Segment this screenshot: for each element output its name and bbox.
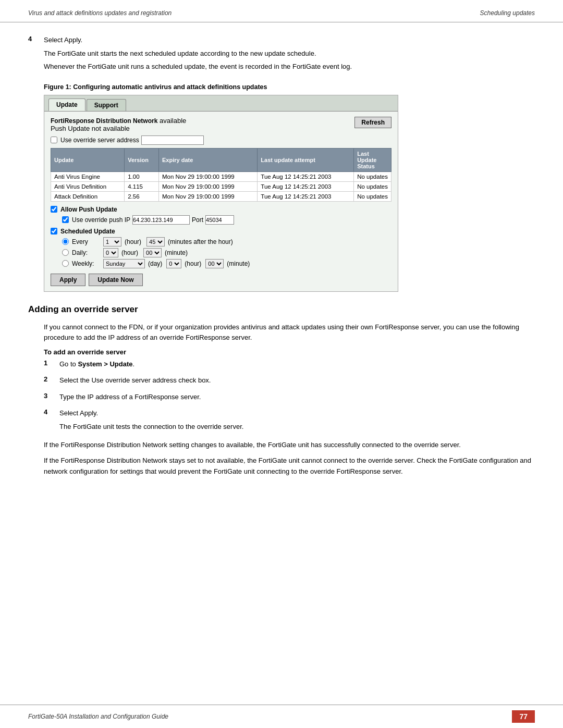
header-right: Scheduling updates — [480, 9, 535, 17]
col-version: Version — [125, 148, 159, 171]
adding-step4: 4 Select Apply. The FortiGate unit tests… — [44, 408, 535, 435]
push-update-status-value: not available — [92, 125, 130, 132]
footer-left: FortiGate-50A Installation and Configura… — [28, 713, 168, 720]
push-update-label: Push Update — [51, 125, 90, 132]
step4b-detail: The FortiGate unit tests the connection … — [59, 422, 535, 432]
step4-line2: The FortiGate unit starts the next sched… — [44, 48, 535, 59]
weekly-min-select[interactable]: 00153045 — [205, 259, 224, 268]
step1-num: 1 — [44, 359, 59, 373]
adding-step1: 1 Go to System > Update. — [44, 359, 535, 373]
action-buttons: Apply Update Now — [51, 274, 391, 286]
every-hour-select[interactable]: 12346812 — [103, 237, 121, 246]
col-last-status: LastUpdateStatus — [354, 148, 391, 171]
override-push-checkbox[interactable] — [62, 216, 69, 223]
adding-steps: 1 Go to System > Update. 2 Select the Us… — [28, 359, 535, 435]
table-cell: No updates — [354, 191, 391, 201]
fdn-status-value: available — [160, 117, 186, 125]
scheduled-update-label: Scheduled Update — [60, 228, 115, 235]
table-row: Attack Definition2.56Mon Nov 29 19:00:00… — [51, 191, 391, 201]
table-cell: 4.115 — [125, 181, 159, 191]
override-push-label: Use override push IP — [72, 216, 130, 224]
panel-body: FortiResponse Distribution Network avail… — [44, 111, 398, 291]
fdn-row: FortiResponse Distribution Network avail… — [51, 117, 391, 132]
step4b-content: Select Apply. The FortiGate unit tests t… — [59, 408, 535, 435]
adding-para1: If you cannot connect to the FDN, or if … — [44, 322, 535, 343]
table-cell: 2.56 — [125, 191, 159, 201]
table-cell: Mon Nov 29 19:00:00 1999 — [158, 171, 257, 181]
override-server-checkbox[interactable] — [51, 137, 57, 143]
weekly-hour-label: (hour) — [185, 260, 201, 267]
page-header: Virus and attack definitions updates and… — [0, 0, 563, 22]
table-row: Anti Virus Engine1.00Mon Nov 29 19:00:00… — [51, 171, 391, 181]
footer-page-num: 77 — [512, 710, 535, 723]
sched-weekly-row: Weekly: SundayMondayTuesdayWednesdayThur… — [62, 259, 391, 268]
apply-button[interactable]: Apply — [51, 274, 85, 286]
weekly-day-label: (day) — [148, 260, 162, 267]
sched-daily-row: Daily: 0123 (hour) 00153045 (minute) — [62, 248, 391, 257]
table-row: Anti Virus Definition4.115Mon Nov 29 19:… — [51, 181, 391, 191]
table-cell: Tue Aug 12 14:25:21 2003 — [258, 181, 354, 191]
fdn-info: FortiResponse Distribution Network avail… — [51, 117, 186, 132]
override-server-input[interactable] — [141, 135, 204, 145]
step2-text: Select the Use override server address c… — [59, 375, 535, 386]
scheduled-update-checkbox[interactable] — [51, 228, 57, 235]
push-sub-row: Use override push IP Port — [62, 215, 391, 225]
table-cell: No updates — [354, 181, 391, 191]
tab-support[interactable]: Support — [87, 99, 126, 111]
step4-line1: Select Apply. — [44, 35, 535, 45]
weekly-min-suffix: (minute) — [227, 260, 250, 267]
table-cell: No updates — [354, 171, 391, 181]
step4-row: 4 Select Apply. The FortiGate unit start… — [28, 35, 535, 75]
col-last-attempt: Last update attempt — [258, 148, 354, 171]
tabs-row: Update Support — [44, 95, 398, 111]
allow-push-checkbox[interactable] — [51, 206, 57, 213]
adding-step2: 2 Select the Use override server address… — [44, 375, 535, 389]
every-suffix: (minutes after the hour) — [168, 238, 233, 245]
page-footer: FortiGate-50A Installation and Configura… — [0, 705, 563, 728]
step2-num: 2 — [44, 375, 59, 389]
step1-text: Go to System > Update. — [59, 359, 535, 369]
refresh-button[interactable]: Refresh — [354, 117, 391, 128]
step1-content: Go to System > Update. — [59, 359, 535, 373]
step4b-text: Select Apply. — [59, 408, 535, 418]
tab-update[interactable]: Update — [48, 98, 85, 111]
radio-daily[interactable] — [62, 249, 69, 256]
adding-step3: 3 Type the IP address of a FortiResponse… — [44, 392, 535, 405]
col-expiry: Expiry date — [158, 148, 257, 171]
step4b-num: 4 — [44, 408, 59, 435]
step2-content: Select the Use override server address c… — [59, 375, 535, 389]
scheduled-update-row: Scheduled Update — [51, 228, 391, 235]
adding-para2: If the FortiResponse Distribution Networ… — [44, 440, 535, 450]
table-cell: Attack Definition — [51, 191, 125, 201]
to-add-label: To add an override server — [44, 348, 535, 356]
daily-min-suffix: (minute) — [165, 249, 188, 256]
table-cell: Mon Nov 29 19:00:00 1999 — [158, 191, 257, 201]
table-cell: Anti Virus Definition — [51, 181, 125, 191]
daily-min-select[interactable]: 00153045 — [143, 248, 162, 257]
every-label: Every — [72, 238, 98, 245]
update-now-button[interactable]: Update Now — [89, 274, 142, 286]
table-cell: 1.00 — [125, 171, 159, 181]
table-cell: Tue Aug 12 14:25:21 2003 — [258, 171, 354, 181]
header-left: Virus and attack definitions updates and… — [28, 9, 172, 17]
table-cell: Tue Aug 12 14:25:21 2003 — [258, 191, 354, 201]
allow-push-row: Allow Push Update — [51, 206, 391, 213]
step3-content: Type the IP address of a FortiResponse s… — [59, 392, 535, 405]
table-cell: Mon Nov 29 19:00:00 1999 — [158, 181, 257, 191]
step4-content: Select Apply. The FortiGate unit starts … — [44, 35, 535, 75]
push-ip-input[interactable] — [132, 215, 190, 225]
adding-para3: If the FortiResponse Distribution Networ… — [44, 455, 535, 476]
weekly-hour-select[interactable]: 012 — [166, 259, 181, 268]
push-port-input[interactable] — [205, 215, 234, 225]
every-min-select[interactable]: 4501530 — [146, 237, 165, 246]
weekly-day-select[interactable]: SundayMondayTuesdayWednesdayThursdayFrid… — [103, 259, 145, 268]
radio-every[interactable] — [62, 238, 69, 245]
radio-weekly[interactable] — [62, 260, 69, 267]
col-update: Update — [51, 148, 125, 171]
weekly-label: Weekly: — [72, 260, 98, 267]
daily-hour-select[interactable]: 0123 — [103, 248, 118, 257]
step4-line3: Whenever the FortiGate unit runs a sched… — [44, 61, 535, 72]
step3-num: 3 — [44, 392, 59, 405]
sched-rows: Every 12346812 (hour) 4501530 (minutes a… — [62, 237, 391, 268]
port-label: Port — [192, 216, 203, 224]
